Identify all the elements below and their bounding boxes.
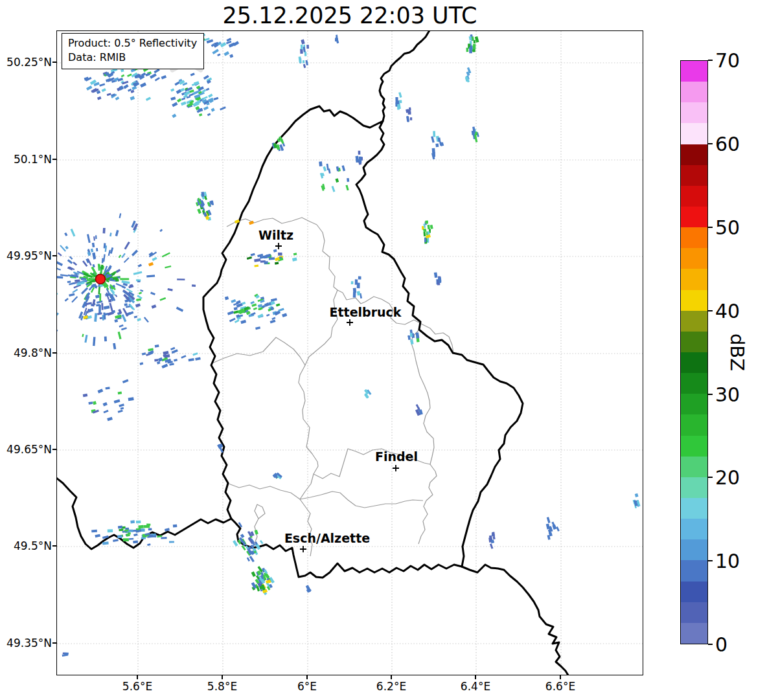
x-tick-label: 5.8°E xyxy=(207,680,237,693)
colorbar-tick-mark xyxy=(708,477,713,478)
y-tick-label: 49.95°N xyxy=(6,249,52,262)
y-tick-mark xyxy=(52,159,56,160)
y-tick-mark xyxy=(52,545,56,547)
x-tick-mark xyxy=(137,675,138,679)
x-tick-mark xyxy=(560,675,561,679)
radar-echoes xyxy=(57,34,640,657)
city-markers xyxy=(275,243,399,552)
x-tick-label: 6.6°E xyxy=(545,680,575,693)
border-france-germany xyxy=(462,565,569,675)
colorbar-tick-label: 60 xyxy=(715,133,740,155)
y-tick-mark xyxy=(52,62,56,63)
y-tick-label: 49.35°N xyxy=(6,637,52,649)
y-tick-mark xyxy=(52,449,56,450)
y-tick-mark xyxy=(52,642,56,644)
product-line: Product: 0.5° Reflectivity xyxy=(68,36,197,51)
x-tick-mark xyxy=(475,675,476,679)
y-tick-label: 49.8°N xyxy=(14,346,52,359)
x-tick-label: 6.2°E xyxy=(376,680,406,693)
x-tick-label: 5.6°E xyxy=(122,680,152,693)
colorbar-tick-mark xyxy=(708,394,713,395)
city-label-ettelbruck: Ettelbruck xyxy=(330,305,402,319)
district-borders xyxy=(212,218,453,556)
map-canvas xyxy=(57,31,643,675)
colorbar-tick-mark xyxy=(708,227,713,228)
city-marker-wiltz xyxy=(275,243,282,249)
y-tick-mark xyxy=(52,255,56,256)
colorbar-tick-label: 20 xyxy=(715,466,740,489)
colorbar-tick-label: 50 xyxy=(715,216,740,239)
colorbar-tick-mark xyxy=(708,310,713,311)
colorbar-tick-label: 40 xyxy=(715,300,740,322)
x-tick-label: 6°E xyxy=(297,680,317,693)
city-marker-findel xyxy=(393,465,399,471)
city-label-findel: Findel xyxy=(375,449,418,464)
y-tick-label: 49.5°N xyxy=(14,539,52,552)
plot-area: Product: 0.5° Reflectivity Data: RMIB Wi… xyxy=(56,30,643,675)
colorbar-tick-label: 10 xyxy=(715,550,740,572)
y-tick-label: 49.65°N xyxy=(6,443,52,456)
border-belgium-germany xyxy=(380,31,429,121)
colorbar-tick-mark xyxy=(708,644,713,645)
colorbar-tick-label: 30 xyxy=(715,383,740,406)
colorbar-tick-label: 0 xyxy=(715,633,727,656)
colorbar-tick-label: 70 xyxy=(715,49,740,72)
x-tick-mark xyxy=(391,675,392,679)
colorbar-axis-label: dBZ xyxy=(726,333,748,371)
city-marker-ettelbruck xyxy=(347,319,353,326)
y-tick-label: 50.1°N xyxy=(14,153,52,166)
colorbar-tick-mark xyxy=(708,560,713,561)
radar-site-dot xyxy=(96,275,106,284)
border-luxembourg xyxy=(203,106,523,578)
colorbar xyxy=(680,60,708,644)
city-label-wiltz: Wiltz xyxy=(258,228,293,242)
x-tick-mark xyxy=(222,675,223,679)
colorbar-tick-mark xyxy=(708,60,713,61)
x-tick-label: 6.4°E xyxy=(461,680,490,693)
colorbar-tick-mark xyxy=(708,143,713,144)
data-source-line: Data: RMIB xyxy=(68,51,197,65)
figure-title: 25.12.2025 22:03 UTC xyxy=(56,3,643,28)
y-tick-label: 50.25°N xyxy=(6,56,52,69)
x-tick-mark xyxy=(306,675,308,679)
radar-figure: 25.12.2025 22:03 UTC Product: 0.5° Refle… xyxy=(0,0,767,700)
y-tick-mark xyxy=(52,352,56,354)
city-label-esch-alzette: Esch/Alzette xyxy=(284,531,370,545)
product-info-box: Product: 0.5° Reflectivity Data: RMIB xyxy=(62,33,204,69)
